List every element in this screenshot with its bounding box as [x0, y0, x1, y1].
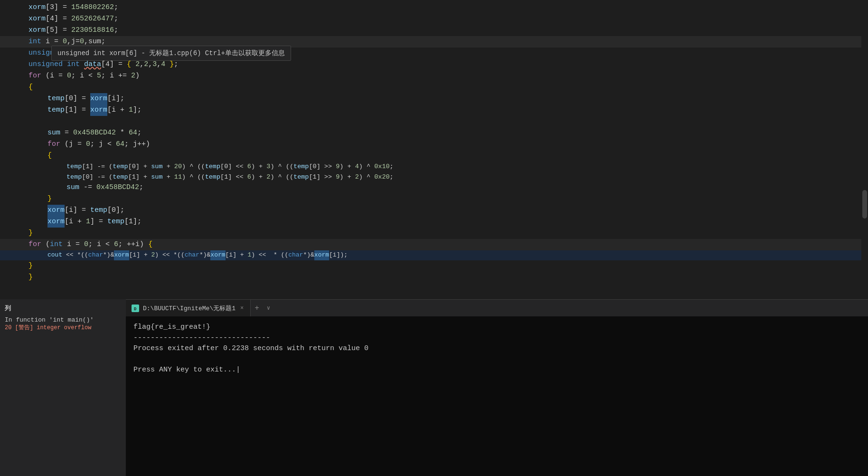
- code-line-25: }: [0, 272, 868, 283]
- terminal-tab-close[interactable]: ×: [239, 304, 245, 313]
- code-line-12: sum = 0x458BCD42 * 64;: [0, 127, 868, 139]
- code-line-11: [0, 116, 868, 127]
- code-line-17: sum -= 0x458BCD42;: [0, 182, 868, 193]
- terminal-tab-label: D:\BUUCTF\IgniteMe\无标题1: [143, 304, 236, 313]
- code-line-22: for (int i = 0; i < 6; ++i) {: [0, 239, 868, 250]
- bottom-left-panel: 列 In function 'int main()' 20 [警告] integ…: [0, 299, 126, 476]
- code-line-10: temp[1] = xorm[i + 1];: [0, 105, 868, 116]
- terminal-tabbar[interactable]: D D:\BUUCTF\IgniteMe\无标题1 × + ∨: [126, 299, 868, 316]
- terminal-output-5: Press ANY key to exit...|: [133, 365, 860, 376]
- code-line-13: for (j = 0; j < 64; j++): [0, 139, 868, 150]
- terminal-tab-1[interactable]: D D:\BUUCTF\IgniteMe\无标题1 ×: [126, 300, 251, 317]
- code-line-14: {: [0, 150, 868, 162]
- terminal-content: flag{re_is_great!} ---------------------…: [126, 316, 868, 476]
- code-line-18: }: [0, 193, 868, 205]
- code-line-7: for (i = 0; i < 5; i += 2): [0, 70, 868, 82]
- scrollbar-right[interactable]: [861, 0, 868, 299]
- terminal-output-3: Process exited after 0.2238 seconds with…: [133, 343, 860, 354]
- scrollbar-thumb[interactable]: [862, 190, 867, 219]
- bottom-left-title: 列: [5, 304, 121, 313]
- warning-text: In function 'int main()': [5, 316, 121, 324]
- error-line: 20 [警告] integer overflow: [5, 324, 121, 332]
- terminal-tab-icon: D: [132, 305, 139, 312]
- tooltip: unsigned int xorm[6] - 无标题1.cpp(6) Ctrl+…: [51, 46, 291, 61]
- code-line-15: temp[1] -= (temp[0] + sum + 20) ^ ((temp…: [0, 162, 868, 172]
- code-line-19: xorm[i] = temp[0];: [0, 205, 868, 216]
- terminal-tab-chevron[interactable]: ∨: [263, 305, 274, 312]
- code-line-21: }: [0, 228, 868, 239]
- svg-text:D: D: [134, 307, 137, 311]
- code-line-9: temp[0] = xorm[i];: [0, 93, 868, 105]
- editor-area[interactable]: xorm[3] = 1548802262; xorm[4] = 26526264…: [0, 0, 868, 299]
- code-line-3: xorm[5] = 2230518816;: [0, 25, 868, 36]
- terminal-tab-plus[interactable]: +: [251, 304, 263, 313]
- code-line-2: xorm[4] = 2652626477;: [0, 13, 868, 25]
- code-line-1: xorm[3] = 1548802262;: [0, 2, 868, 13]
- terminal-output-1: flag{re_is_great!}: [133, 322, 860, 333]
- terminal-output-2: --------------------------------: [133, 333, 860, 344]
- code-line-23: cout << *((char*)&xorm[i] + 2) << *((cha…: [0, 250, 868, 260]
- code-line-20: xorm[i + 1] = temp[1];: [0, 216, 868, 228]
- code-line-16: temp[0] -= (temp[1] + sum + 11) ^ ((temp…: [0, 172, 868, 182]
- terminal-output-4: [133, 354, 860, 365]
- code-line-24: }: [0, 260, 868, 272]
- code-line-8: {: [0, 82, 868, 93]
